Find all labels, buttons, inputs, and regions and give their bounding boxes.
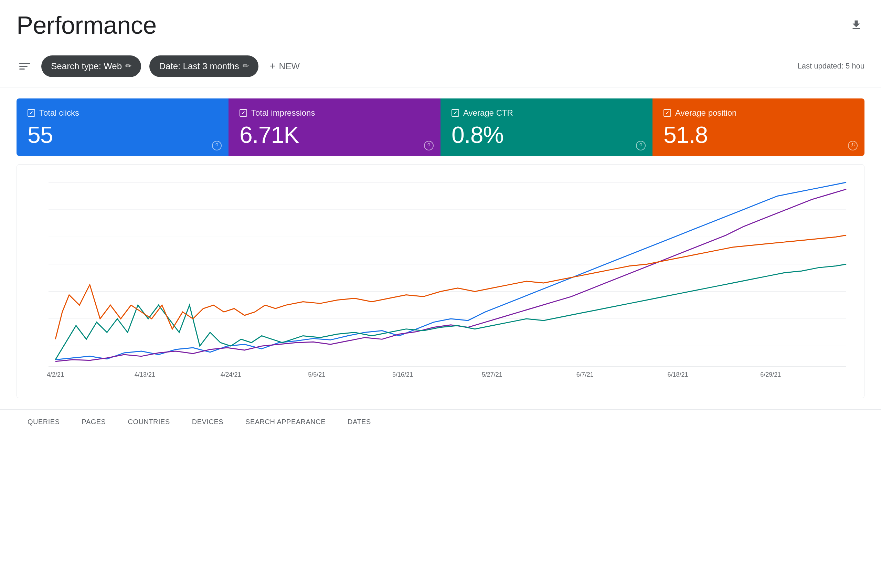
metric-card-clicks[interactable]: Total clicks 55 ? — [16, 99, 229, 156]
svg-text:5/5/21: 5/5/21 — [308, 371, 325, 378]
metric-label-clicks: Total clicks — [39, 108, 79, 118]
metric-checkbox-ctr[interactable] — [451, 109, 459, 117]
chart-svg: 4/2/21 4/13/21 4/24/21 5/5/21 5/16/21 5/… — [28, 176, 853, 387]
tab-search-appearance[interactable]: SEARCH APPEARANCE — [234, 410, 337, 435]
metric-help-ctr[interactable]: ? — [636, 141, 646, 150]
new-label: NEW — [279, 61, 300, 72]
metric-label-impressions: Total impressions — [251, 108, 315, 118]
metric-label-ctr: Average CTR — [463, 108, 513, 118]
new-button[interactable]: + NEW — [267, 55, 303, 78]
metric-value-clicks: 55 — [27, 122, 217, 148]
svg-text:4/24/21: 4/24/21 — [220, 371, 241, 378]
svg-text:4/2/21: 4/2/21 — [47, 371, 64, 378]
tab-queries[interactable]: QUERIES — [16, 410, 71, 435]
svg-text:6/7/21: 6/7/21 — [577, 371, 593, 378]
date-edit-icon: ✏ — [243, 62, 249, 70]
filter-icon[interactable] — [16, 60, 33, 72]
metrics-row: Total clicks 55 ? Total impressions 6.71… — [16, 99, 865, 156]
tab-devices[interactable]: DEVICES — [181, 410, 234, 435]
metric-header-position: Average position — [664, 108, 854, 118]
header-right — [848, 17, 865, 33]
metric-help-position[interactable]: ⏱ — [848, 141, 858, 150]
tabs-row: QUERIES PAGES COUNTRIES DEVICES SEARCH A… — [0, 410, 881, 435]
plus-icon: + — [270, 60, 276, 72]
svg-text:6/18/21: 6/18/21 — [667, 371, 688, 378]
page-title: Performance — [16, 11, 157, 39]
edit-icon: ✏ — [125, 62, 132, 70]
metric-help-clicks[interactable]: ? — [212, 141, 222, 150]
tab-countries[interactable]: COUNTRIES — [117, 410, 181, 435]
chart-area: 4/2/21 4/13/21 4/24/21 5/5/21 5/16/21 5/… — [16, 164, 865, 398]
metric-card-impressions[interactable]: Total impressions 6.71K ? — [229, 99, 440, 156]
metric-label-position: Average position — [675, 108, 736, 118]
metric-value-position: 51.8 — [664, 122, 854, 148]
metric-help-impressions[interactable]: ? — [424, 141, 434, 150]
toolbar: Search type: Web ✏ Date: Last 3 months ✏… — [0, 45, 881, 87]
svg-text:5/16/21: 5/16/21 — [392, 371, 413, 378]
metric-checkbox-position[interactable] — [664, 109, 671, 117]
date-filter[interactable]: Date: Last 3 months ✏ — [149, 56, 258, 77]
tab-dates[interactable]: DATES — [337, 410, 382, 435]
date-label: Date: Last 3 months — [159, 61, 239, 72]
metric-card-ctr[interactable]: Average CTR 0.8% ? — [440, 99, 652, 156]
metric-checkbox-clicks[interactable] — [27, 109, 35, 117]
search-type-label: Search type: Web — [51, 61, 122, 72]
svg-text:4/13/21: 4/13/21 — [135, 371, 155, 378]
metric-value-ctr: 0.8% — [451, 122, 641, 148]
metric-card-position[interactable]: Average position 51.8 ⏱ — [652, 99, 865, 156]
metric-header-clicks: Total clicks — [27, 108, 217, 118]
page-container: Performance Search type: Web ✏ Date: Las… — [0, 0, 881, 588]
tab-pages[interactable]: PAGES — [71, 410, 117, 435]
metric-header-ctr: Average CTR — [451, 108, 641, 118]
metric-value-impressions: 6.71K — [240, 122, 430, 148]
svg-text:5/27/21: 5/27/21 — [482, 371, 502, 378]
metric-header-impressions: Total impressions — [240, 108, 430, 118]
metric-checkbox-impressions[interactable] — [240, 109, 247, 117]
last-updated: Last updated: 5 hou — [798, 62, 865, 70]
header: Performance — [0, 0, 881, 45]
download-icon[interactable] — [848, 17, 865, 33]
search-type-filter[interactable]: Search type: Web ✏ — [41, 56, 141, 77]
svg-text:6/29/21: 6/29/21 — [760, 371, 781, 378]
